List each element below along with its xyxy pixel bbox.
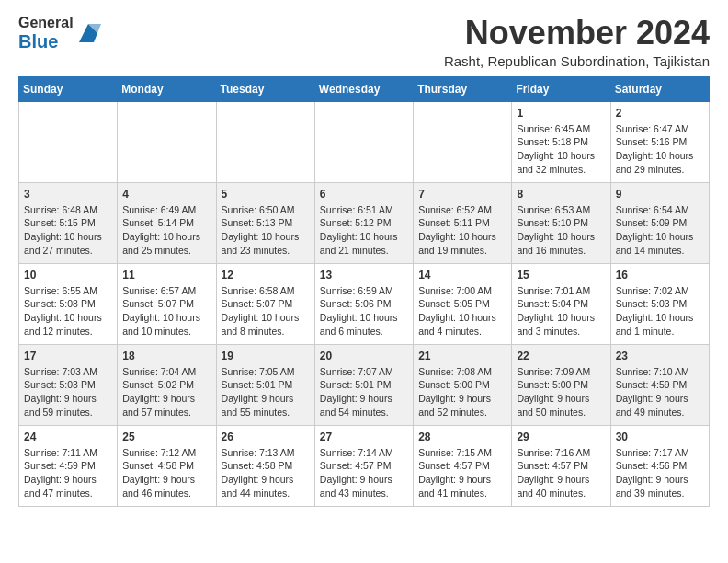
calendar-row: 1Sunrise: 6:45 AMSunset: 5:18 PMDaylight… — [19, 101, 710, 182]
calendar-row: 17Sunrise: 7:03 AMSunset: 5:03 PMDayligh… — [19, 344, 710, 425]
calendar-cell: 15Sunrise: 7:01 AMSunset: 5:04 PMDayligh… — [512, 263, 610, 344]
calendar-row: 10Sunrise: 6:55 AMSunset: 5:08 PMDayligh… — [19, 263, 710, 344]
day-info: Sunrise: 6:47 AMSunset: 5:16 PMDaylight:… — [616, 122, 704, 177]
calendar-header-row: SundayMondayTuesdayWednesdayThursdayFrid… — [19, 76, 710, 101]
day-number: 16 — [616, 268, 704, 282]
day-number: 2 — [616, 106, 704, 121]
day-info: Sunrise: 7:14 AMSunset: 4:57 PMDaylight:… — [320, 446, 408, 500]
calendar-cell: 23Sunrise: 7:10 AMSunset: 4:59 PMDayligh… — [610, 344, 709, 425]
calendar-cell: 14Sunrise: 7:00 AMSunset: 5:05 PMDayligh… — [414, 263, 512, 344]
day-info: Sunrise: 6:53 AMSunset: 5:10 PMDaylight:… — [517, 203, 605, 258]
day-info: Sunrise: 6:54 AMSunset: 5:09 PMDaylight:… — [616, 203, 704, 258]
day-number: 24 — [24, 430, 112, 444]
calendar-cell: 5Sunrise: 6:50 AMSunset: 5:13 PMDaylight… — [216, 182, 314, 263]
day-number: 3 — [24, 187, 112, 201]
calendar-cell: 4Sunrise: 6:49 AMSunset: 5:14 PMDaylight… — [118, 182, 216, 263]
day-number: 26 — [222, 430, 310, 444]
weekday-header: Friday — [512, 76, 610, 101]
day-number: 13 — [320, 268, 408, 282]
day-number: 27 — [320, 430, 408, 444]
calendar-cell: 28Sunrise: 7:15 AMSunset: 4:57 PMDayligh… — [414, 425, 512, 506]
day-number: 28 — [418, 430, 506, 444]
logo-blue-text: Blue — [18, 31, 74, 52]
day-number: 10 — [24, 268, 112, 282]
calendar-cell — [19, 101, 118, 182]
calendar-cell: 22Sunrise: 7:09 AMSunset: 5:00 PMDayligh… — [512, 344, 610, 425]
day-number: 17 — [24, 349, 112, 363]
weekday-header: Saturday — [610, 76, 709, 101]
day-info: Sunrise: 7:08 AMSunset: 5:00 PMDaylight:… — [418, 365, 506, 419]
calendar-row: 24Sunrise: 7:11 AMSunset: 4:59 PMDayligh… — [19, 425, 710, 506]
logo-icon — [75, 20, 101, 46]
day-number: 4 — [122, 187, 210, 201]
day-info: Sunrise: 7:03 AMSunset: 5:03 PMDaylight:… — [24, 365, 112, 419]
calendar-cell: 3Sunrise: 6:48 AMSunset: 5:15 PMDaylight… — [19, 182, 118, 263]
day-number: 7 — [418, 187, 506, 201]
day-info: Sunrise: 6:58 AMSunset: 5:07 PMDaylight:… — [222, 284, 310, 339]
day-number: 1 — [517, 106, 605, 121]
day-number: 30 — [616, 430, 704, 444]
day-info: Sunrise: 6:50 AMSunset: 5:13 PMDaylight:… — [222, 203, 310, 258]
calendar-cell — [118, 101, 216, 182]
calendar-cell: 6Sunrise: 6:51 AMSunset: 5:12 PMDaylight… — [314, 182, 413, 263]
calendar-cell: 21Sunrise: 7:08 AMSunset: 5:00 PMDayligh… — [414, 344, 512, 425]
day-info: Sunrise: 7:16 AMSunset: 4:57 PMDaylight:… — [517, 446, 605, 500]
calendar-cell: 18Sunrise: 7:04 AMSunset: 5:02 PMDayligh… — [118, 344, 216, 425]
day-info: Sunrise: 7:07 AMSunset: 5:01 PMDaylight:… — [320, 365, 408, 419]
logo: General Blue — [18, 15, 101, 52]
day-info: Sunrise: 7:09 AMSunset: 5:00 PMDaylight:… — [517, 365, 605, 419]
day-info: Sunrise: 6:48 AMSunset: 5:15 PMDaylight:… — [24, 203, 112, 258]
logo-name: General Blue — [18, 15, 74, 52]
day-info: Sunrise: 7:01 AMSunset: 5:04 PMDaylight:… — [517, 284, 605, 339]
day-info: Sunrise: 6:52 AMSunset: 5:11 PMDaylight:… — [418, 203, 506, 258]
day-info: Sunrise: 7:11 AMSunset: 4:59 PMDaylight:… — [24, 446, 112, 500]
calendar-cell: 12Sunrise: 6:58 AMSunset: 5:07 PMDayligh… — [216, 263, 314, 344]
day-info: Sunrise: 7:00 AMSunset: 5:05 PMDaylight:… — [418, 284, 506, 339]
calendar-cell: 13Sunrise: 6:59 AMSunset: 5:06 PMDayligh… — [314, 263, 413, 344]
day-info: Sunrise: 7:05 AMSunset: 5:01 PMDaylight:… — [222, 365, 310, 419]
title-block: November 2024 Rasht, Republican Subordin… — [444, 15, 710, 69]
calendar-cell: 11Sunrise: 6:57 AMSunset: 5:07 PMDayligh… — [118, 263, 216, 344]
day-number: 12 — [222, 268, 310, 282]
day-info: Sunrise: 7:04 AMSunset: 5:02 PMDaylight:… — [122, 365, 210, 419]
calendar-cell — [216, 101, 314, 182]
calendar-cell: 24Sunrise: 7:11 AMSunset: 4:59 PMDayligh… — [19, 425, 118, 506]
calendar-cell: 9Sunrise: 6:54 AMSunset: 5:09 PMDaylight… — [610, 182, 709, 263]
weekday-header: Sunday — [19, 76, 118, 101]
day-number: 5 — [222, 187, 310, 201]
calendar-cell: 8Sunrise: 6:53 AMSunset: 5:10 PMDaylight… — [512, 182, 610, 263]
day-info: Sunrise: 7:13 AMSunset: 4:58 PMDaylight:… — [222, 446, 310, 500]
calendar-cell — [314, 101, 413, 182]
day-info: Sunrise: 6:57 AMSunset: 5:07 PMDaylight:… — [122, 284, 210, 339]
calendar-cell: 7Sunrise: 6:52 AMSunset: 5:11 PMDaylight… — [414, 182, 512, 263]
day-number: 14 — [418, 268, 506, 282]
day-number: 20 — [320, 349, 408, 363]
day-info: Sunrise: 7:17 AMSunset: 4:56 PMDaylight:… — [616, 446, 704, 500]
day-number: 29 — [517, 430, 605, 444]
calendar-cell: 27Sunrise: 7:14 AMSunset: 4:57 PMDayligh… — [314, 425, 413, 506]
calendar-cell: 16Sunrise: 7:02 AMSunset: 5:03 PMDayligh… — [610, 263, 709, 344]
day-number: 22 — [517, 349, 605, 363]
day-number: 8 — [517, 187, 605, 201]
calendar-cell: 30Sunrise: 7:17 AMSunset: 4:56 PMDayligh… — [610, 425, 709, 506]
calendar-cell: 2Sunrise: 6:47 AMSunset: 5:16 PMDaylight… — [610, 101, 709, 182]
calendar-table: SundayMondayTuesdayWednesdayThursdayFrid… — [18, 76, 710, 507]
day-info: Sunrise: 6:51 AMSunset: 5:12 PMDaylight:… — [320, 203, 408, 258]
calendar-cell: 17Sunrise: 7:03 AMSunset: 5:03 PMDayligh… — [19, 344, 118, 425]
day-info: Sunrise: 7:10 AMSunset: 4:59 PMDaylight:… — [616, 365, 704, 419]
subtitle: Rasht, Republican Subordination, Tajikis… — [444, 53, 710, 69]
day-info: Sunrise: 6:45 AMSunset: 5:18 PMDaylight:… — [517, 122, 605, 177]
day-info: Sunrise: 7:02 AMSunset: 5:03 PMDaylight:… — [616, 284, 704, 339]
calendar-cell: 29Sunrise: 7:16 AMSunset: 4:57 PMDayligh… — [512, 425, 610, 506]
day-info: Sunrise: 7:15 AMSunset: 4:57 PMDaylight:… — [418, 446, 506, 500]
day-info: Sunrise: 6:55 AMSunset: 5:08 PMDaylight:… — [24, 284, 112, 339]
day-number: 6 — [320, 187, 408, 201]
calendar-cell: 20Sunrise: 7:07 AMSunset: 5:01 PMDayligh… — [314, 344, 413, 425]
day-info: Sunrise: 7:12 AMSunset: 4:58 PMDaylight:… — [122, 446, 210, 500]
day-number: 15 — [517, 268, 605, 282]
calendar-cell: 26Sunrise: 7:13 AMSunset: 4:58 PMDayligh… — [216, 425, 314, 506]
day-info: Sunrise: 6:59 AMSunset: 5:06 PMDaylight:… — [320, 284, 408, 339]
day-number: 21 — [418, 349, 506, 363]
calendar-cell — [414, 101, 512, 182]
weekday-header: Tuesday — [216, 76, 314, 101]
